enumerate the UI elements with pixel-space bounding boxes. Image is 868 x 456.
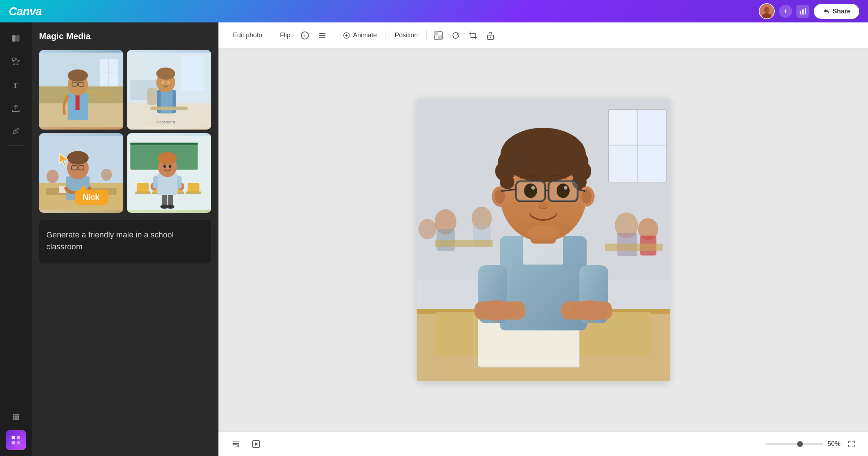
svg-point-49 [161,80,165,84]
svg-text:i: i [304,33,306,38]
toolbar-divider-2 [334,30,334,41]
lock-btn[interactable] [483,28,498,43]
toolbar-divider-1 [271,30,271,41]
svg-rect-80 [186,191,201,194]
thumb-4[interactable] [127,133,211,213]
prompt-box[interactable]: Generate a friendly male in a school cla… [39,220,211,263]
zoom-controls: 50% [765,438,858,451]
svg-point-143 [478,300,514,321]
svg-point-170 [531,186,535,190]
share-button[interactable]: Share [814,4,859,19]
expand-btn[interactable] [845,438,858,451]
svg-rect-5 [805,8,806,14]
avatar[interactable] [759,3,775,19]
canvas-content[interactable] [417,99,670,381]
svg-point-10 [15,130,17,132]
svg-rect-128 [435,240,493,247]
upload-btn[interactable] [5,98,27,118]
svg-point-14 [13,416,15,418]
svg-point-173 [527,225,559,240]
toolbar-divider-3 [386,30,386,41]
header-right: + Share [759,3,859,19]
svg-point-50 [167,80,170,84]
svg-text:classroom: classroom [157,120,175,124]
svg-rect-6 [12,35,16,42]
svg-point-12 [15,414,17,416]
magic-media-panel: Magic Media [32,22,218,456]
svg-rect-77 [135,191,150,194]
svg-rect-130 [605,244,663,251]
svg-point-169 [557,183,570,198]
bottom-bar: 50% [218,431,868,456]
transparency-btn[interactable] [431,28,446,43]
position-btn[interactable]: Position [390,29,422,42]
thumb-2[interactable]: classroom [127,50,211,130]
elements-btn[interactable] [5,51,27,72]
svg-rect-90 [177,176,182,188]
panel-title: Magic Media [39,31,211,41]
svg-point-17 [13,418,15,420]
add-button[interactable]: + [779,5,792,18]
svg-point-15 [15,416,17,418]
svg-point-93 [159,157,164,162]
svg-rect-7 [16,35,20,42]
svg-text:T: T [13,81,18,89]
chart-button[interactable] [796,5,809,18]
svg-point-13 [17,414,19,416]
svg-point-110 [490,37,491,38]
svg-rect-89 [153,176,158,188]
crop-btn[interactable] [466,28,480,43]
sidebar-app-icon[interactable] [6,430,26,450]
svg-rect-107 [438,31,442,35]
play-btn[interactable] [249,437,263,451]
svg-point-1 [764,7,770,13]
header: Canva + Share [0,0,868,22]
apps-btn[interactable] [5,407,27,427]
sidebar-icons: T [0,22,32,456]
svg-point-160 [582,189,592,204]
info-btn[interactable]: i [298,28,312,43]
svg-rect-23 [12,441,15,444]
thumb-3[interactable]: Nick Nick Nick [39,133,123,213]
sidebar-divider [9,145,23,146]
svg-rect-20 [9,433,23,447]
rotate-btn[interactable] [448,28,463,43]
svg-rect-21 [12,436,15,439]
image-grid: classroom [39,50,211,213]
svg-rect-3 [800,11,801,14]
zoom-slider[interactable] [765,443,823,445]
draw-btn[interactable] [5,121,27,141]
edit-photo-btn[interactable]: Edit photo [229,29,267,42]
svg-rect-99 [319,33,326,34]
animate-btn[interactable]: Animate [339,29,381,42]
notes-btn[interactable] [229,437,243,451]
bottom-left [229,437,263,451]
menu-btn[interactable] [315,28,329,43]
share-label: Share [833,8,851,15]
svg-rect-51 [150,107,188,110]
svg-rect-24 [17,441,20,444]
svg-point-36 [68,69,88,82]
sidebar-bottom [5,407,27,450]
svg-point-84 [166,205,174,209]
text-btn[interactable]: T [5,75,27,95]
canva-logo[interactable]: Canva [9,5,42,18]
svg-rect-72 [130,143,197,145]
thumb-1[interactable] [39,50,123,130]
svg-point-56 [101,169,112,181]
sidebar-toggle-btn[interactable] [5,28,27,48]
nick-badge-rendered: Nick [75,190,107,205]
main-image[interactable] [417,99,670,381]
svg-point-64 [75,153,81,160]
svg-point-96 [169,165,171,168]
svg-point-11 [13,414,15,416]
svg-point-19 [17,418,19,420]
svg-rect-46 [147,88,157,105]
avatar-image [760,4,774,18]
svg-point-63 [82,156,87,161]
toolbar-divider-4 [426,30,427,41]
zoom-label: 50% [827,440,841,448]
svg-point-144 [572,300,608,321]
svg-point-168 [524,183,537,198]
flip-btn[interactable]: Flip [276,29,295,42]
